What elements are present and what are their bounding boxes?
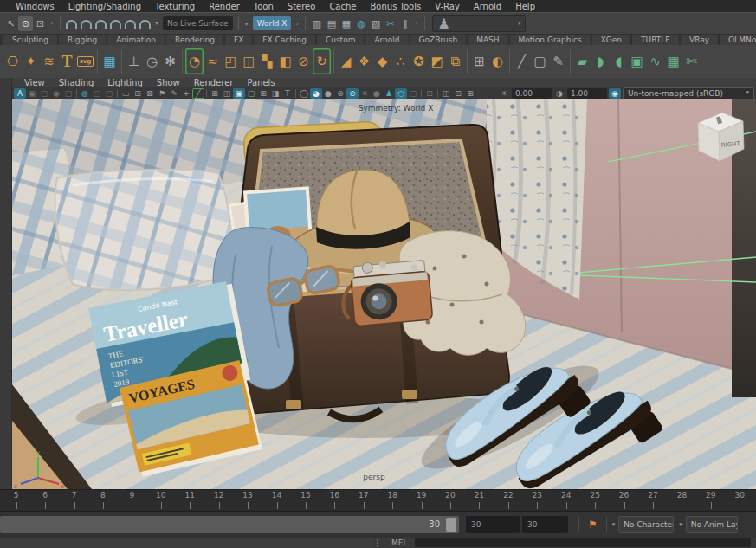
menu-item[interactable]: Windows xyxy=(9,2,61,11)
time-slider[interactable]: 5 6 7 8 9 10 11 12 xyxy=(0,489,756,512)
pause-icon[interactable]: ‖ xyxy=(397,16,412,31)
character-menu[interactable]: ♟ ▾ xyxy=(432,15,526,32)
gamma-field[interactable]: 1.00 xyxy=(567,88,607,99)
flair-plane-icon[interactable]: ▰ xyxy=(573,48,591,74)
shelf-tab[interactable]: XGen xyxy=(592,35,630,45)
paint-blend-icon[interactable]: ▢ xyxy=(91,88,103,99)
smooth-shaded-icon[interactable]: ◕ xyxy=(310,88,322,99)
flair-ribbon-icon[interactable]: ∿ xyxy=(646,48,664,74)
select-hierarchy-icon[interactable]: ↖ xyxy=(3,16,18,31)
timeline-frame[interactable]: 29 xyxy=(696,490,725,511)
layout-outliner-icon[interactable]: ▢ xyxy=(245,88,257,99)
svg-tool-icon[interactable]: svg xyxy=(76,48,94,74)
menu-item[interactable]: Arnold xyxy=(467,2,508,11)
layout-grid-icon[interactable]: ⊞ xyxy=(209,88,221,99)
menu-item[interactable]: Lighting/Shading xyxy=(61,2,148,11)
anim-layer-select[interactable]: No Anim Layer xyxy=(686,516,738,533)
timeline-frame[interactable]: 27 xyxy=(638,490,667,511)
paint-effects-icon[interactable]: ◔ xyxy=(185,48,204,74)
mash-points-icon[interactable]: ∴ xyxy=(391,48,410,74)
menu-item[interactable]: Render xyxy=(202,2,247,11)
use-all-lights-icon[interactable]: ⊛ xyxy=(334,88,346,99)
select-highlight-icon[interactable]: ▣ xyxy=(26,88,38,99)
flair-patch-icon[interactable]: ◖ xyxy=(610,48,628,74)
mash-world-icon[interactable]: ✪ xyxy=(410,48,428,74)
wireframe-icon[interactable]: ◯ xyxy=(298,88,310,99)
select-camera-icon[interactable]: ▭ xyxy=(120,88,132,99)
render-current-frame-icon[interactable]: ▤ xyxy=(324,16,339,31)
timeline-frame[interactable]: 6 xyxy=(30,490,59,511)
layout-split-icon[interactable]: ⊞ xyxy=(257,88,269,99)
cut-section-icon[interactable]: ✂ xyxy=(383,16,397,31)
render-view-icon[interactable]: ▥ xyxy=(309,16,324,31)
shelf-tab[interactable]: Arnold xyxy=(365,35,408,45)
snap-grid-icon[interactable] xyxy=(64,16,79,31)
mash-network-icon[interactable]: ◰ xyxy=(222,48,240,74)
expand-arrow-icon[interactable]: › xyxy=(412,16,421,31)
mash-placer-icon[interactable]: ◢ xyxy=(337,48,355,74)
paint-erase-icon[interactable]: ▢ xyxy=(103,88,115,99)
gamma-icon[interactable]: ◑ xyxy=(553,88,565,99)
flair-cut-icon[interactable]: ✄ xyxy=(682,48,701,74)
mash-falloff-icon[interactable]: ❖ xyxy=(355,48,373,74)
menu-item[interactable]: Toon xyxy=(247,2,281,11)
mash-distribute-icon[interactable]: ◫ xyxy=(240,48,258,74)
mash-break-icon[interactable]: ⊘ xyxy=(294,48,313,74)
character-set-select[interactable]: No Character Set xyxy=(618,516,674,533)
snap-projected-center-icon[interactable] xyxy=(108,16,123,31)
timeline-frame[interactable]: 19 xyxy=(407,490,436,511)
exposure-field[interactable]: 0.00 xyxy=(512,88,552,99)
flair-window-icon[interactable]: ▦ xyxy=(664,48,682,74)
annotate-line-icon[interactable]: ╱ xyxy=(192,88,204,99)
drag-handle[interactable] xyxy=(377,539,384,547)
select-component-icon[interactable]: ⊡ xyxy=(33,16,48,31)
playback-end-field[interactable]: 30 xyxy=(466,516,520,533)
chevron-down-icon[interactable]: ▾ xyxy=(679,522,682,528)
colorspace-icon[interactable]: ◉ xyxy=(609,88,621,99)
animation-end-field[interactable]: 30 xyxy=(522,516,568,533)
timeline-frame[interactable]: 7 xyxy=(60,490,88,511)
lock-camera-icon[interactable]: ⊡ xyxy=(132,88,144,99)
type-tool-icon[interactable]: T xyxy=(58,48,76,74)
plaid-pillow[interactable] xyxy=(55,170,230,290)
textured-icon[interactable]: ● xyxy=(322,88,334,99)
pivot-crosshair-icon[interactable]: + xyxy=(180,88,192,99)
create-star-icon[interactable]: ✦ xyxy=(22,48,40,74)
rotate-tool-icon[interactable]: ◉ xyxy=(50,88,62,99)
timeline-bookmark-icon[interactable]: ⚑ xyxy=(588,519,598,531)
panel-menu-item[interactable]: Panels xyxy=(240,78,281,87)
shelf-tab[interactable]: Rendering xyxy=(166,35,223,45)
render-settings-icon[interactable]: ◍ xyxy=(353,16,368,31)
shelf-tab[interactable]: MASH xyxy=(468,35,507,45)
flair-curve-surface-icon[interactable]: ◗ xyxy=(591,48,610,74)
timeline-frame[interactable]: 26 xyxy=(610,490,638,511)
timeline-frame[interactable]: 17 xyxy=(349,490,378,511)
shelf-tab[interactable]: Rigging xyxy=(59,35,106,45)
scale-tool-icon[interactable]: ▢ xyxy=(62,88,74,99)
motion-blur-icon[interactable]: ● xyxy=(371,88,383,99)
timeline-frame[interactable]: 18 xyxy=(378,490,406,511)
shadows-icon[interactable]: ⊘ xyxy=(346,88,359,99)
chevron-down-icon[interactable]: ▾ xyxy=(612,522,616,528)
shelf-tab[interactable]: FX Caching xyxy=(254,35,315,45)
isolate-select-icon[interactable]: ⊡ xyxy=(423,88,436,99)
live-surface-field[interactable]: No Live Surface xyxy=(163,16,233,30)
shelf-tab[interactable]: Sculpting xyxy=(3,35,57,45)
panel-menu-item[interactable]: Renderer xyxy=(187,78,241,87)
anti-alias-icon[interactable]: ◌ xyxy=(395,88,407,99)
freeze-transform-icon[interactable]: ✻ xyxy=(161,48,179,74)
mash-instancer-icon[interactable]: ◆ xyxy=(373,48,391,74)
shelf-tab[interactable]: OLMNormals xyxy=(720,35,756,45)
range-slider[interactable]: 30 xyxy=(0,516,459,533)
shelf-tab[interactable]: Custom xyxy=(317,35,364,45)
select-object-icon[interactable]: ⊙ xyxy=(18,16,33,31)
panel-menu-item[interactable]: View xyxy=(17,78,52,87)
timeline-frame[interactable]: 14 xyxy=(262,490,291,511)
sweep-mesh-icon[interactable]: ≋ xyxy=(40,48,58,74)
mash-id-icon[interactable]: ◧ xyxy=(276,48,294,74)
timeline-frame[interactable]: 8 xyxy=(88,490,117,511)
symmetry-field[interactable]: World X xyxy=(253,16,292,30)
curve-edit-icon[interactable]: ▢ xyxy=(531,48,549,74)
timeline-frame[interactable]: 24 xyxy=(552,490,580,511)
film-gate-icon[interactable]: ⊞ xyxy=(464,88,476,99)
